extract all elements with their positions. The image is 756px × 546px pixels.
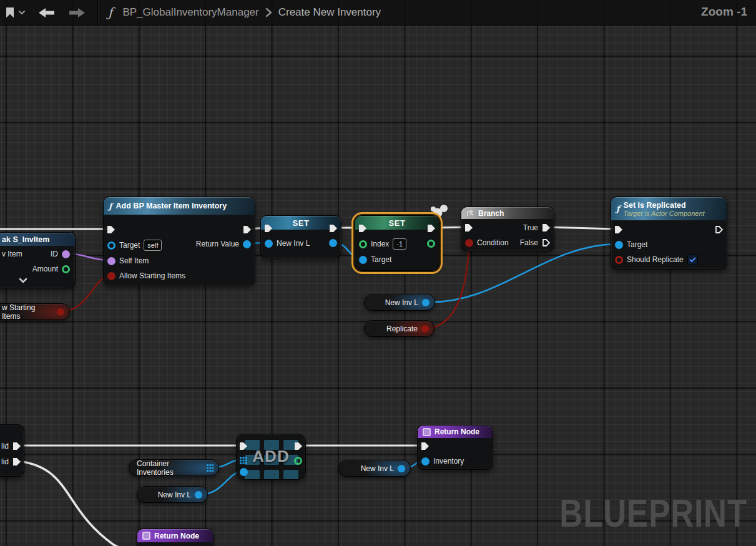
pin-row-index: Index -1 <box>359 239 406 249</box>
exec-out-pin[interactable] <box>294 442 303 451</box>
node-get-container-inventories[interactable]: Container Inventories <box>129 459 219 476</box>
item-in-pin[interactable] <box>240 468 248 476</box>
node-is-valid[interactable]: lid lid <box>0 424 24 477</box>
variable-label: Replicate <box>386 324 418 333</box>
value-out-pin[interactable] <box>422 299 430 306</box>
pin-row-new-inv: New Inv L <box>265 238 310 248</box>
exec-in-pin[interactable] <box>107 225 115 234</box>
node-return[interactable]: Return Node Inventory <box>417 425 493 470</box>
node-header: Return Node <box>418 426 493 438</box>
bookmark-group <box>0 0 32 25</box>
exec-in-pin[interactable] <box>358 224 367 233</box>
condition-pin[interactable] <box>465 239 473 247</box>
variable-label: New Inv L <box>385 298 418 307</box>
node-header: Branch <box>461 207 554 219</box>
toolbar-divider <box>32 0 32 25</box>
exec-out-pin[interactable] <box>427 224 436 233</box>
amount-pin[interactable] <box>62 265 70 273</box>
exec-in-pin[interactable] <box>421 442 430 451</box>
zoom-level-label: Zoom -1 <box>701 5 747 19</box>
exec-out-pin[interactable] <box>715 225 724 234</box>
node-set-is-replicated[interactable]: ƒ Set Is Replicated Target is Actor Comp… <box>611 197 727 270</box>
target-pin[interactable] <box>615 241 623 249</box>
variable-label: Container Inventories <box>137 459 203 477</box>
return-value-pin[interactable] <box>243 240 251 248</box>
pin-row-invalid: lid <box>1 457 21 467</box>
node-get-replicate[interactable]: Replicate <box>364 320 434 337</box>
pin-row-amount: Amount <box>32 264 70 274</box>
node-get-new-inv-mid[interactable]: New Inv L <box>137 486 208 503</box>
pin-label: Return Value <box>196 240 239 248</box>
value-out-pin[interactable] <box>57 308 64 316</box>
pin-row-inv-item: v Item <box>2 249 22 259</box>
value-out-pin[interactable] <box>329 239 337 247</box>
pin-row-valid: lid <box>1 441 21 451</box>
value-out-pin[interactable] <box>195 491 202 499</box>
array-in-pin[interactable] <box>240 457 247 464</box>
breadcrumb-root[interactable]: BP_GlobalInventoryManager <box>122 6 258 19</box>
pin-label: Inventory <box>433 457 464 466</box>
node-set-array-index[interactable]: SET Index -1 Target <box>355 215 439 271</box>
pin-row-target: Target self <box>107 240 162 250</box>
exec-in-pin[interactable] <box>464 223 473 232</box>
node-add-bp-master-item-inventory[interactable]: ƒ Add BP Master Item Inventory Target se… <box>103 197 255 285</box>
exec-wire[interactable] <box>547 227 616 229</box>
true-exec-pin[interactable] <box>542 223 551 232</box>
exec-in-pin[interactable] <box>614 225 623 234</box>
value-in-pin[interactable] <box>265 240 273 248</box>
pin-label: True <box>523 223 538 232</box>
value-out-pin[interactable] <box>427 240 435 248</box>
exec-in-pin[interactable] <box>264 224 273 233</box>
allow-starting-items-pin[interactable] <box>107 272 115 280</box>
chevron-down-icon[interactable] <box>18 10 26 15</box>
target-default-value[interactable]: self <box>144 240 162 251</box>
blueprint-editor-canvas[interactable]: { "toolbar": { "function_icon": "ƒ", "br… <box>0 0 756 546</box>
id-pin[interactable] <box>62 250 70 258</box>
node-break-invitem[interactable]: ak S_InvItem v Item ID Amount <box>0 232 76 288</box>
node-header: ƒ Set Is Replicated Target is Actor Comp… <box>611 197 727 220</box>
node-return-bottom[interactable]: Return Node <box>137 529 214 546</box>
node-get-new-inv-top[interactable]: New Inv L <box>364 294 435 311</box>
bookmark-icon[interactable] <box>6 7 14 18</box>
node-title: SET <box>355 216 439 230</box>
breadcrumb-chevron-icon <box>265 7 272 17</box>
forward-button[interactable] <box>69 7 86 18</box>
exec-out-pin[interactable] <box>243 225 252 234</box>
self-item-pin[interactable] <box>107 257 115 265</box>
node-set-new-inv[interactable]: SET New Inv L <box>260 215 341 258</box>
index-pin[interactable] <box>359 240 367 248</box>
should-replicate-pin[interactable] <box>615 256 623 264</box>
node-branch[interactable]: Branch Condition True False <box>461 207 554 251</box>
node-get-new-inv-bottom[interactable]: New Inv L <box>338 460 411 477</box>
pin-label: Target <box>371 255 391 264</box>
node-array-add[interactable]: ADD <box>236 434 306 480</box>
breadcrumb-current[interactable]: Create New Inventory <box>278 6 381 19</box>
index-out-pin[interactable] <box>294 457 302 465</box>
target-pin[interactable] <box>107 241 115 250</box>
invalid-exec-pin[interactable] <box>12 457 21 466</box>
data-wire-object[interactable] <box>429 244 616 302</box>
exec-out-pin[interactable] <box>329 224 338 233</box>
pin-label: New Inv L <box>277 239 310 248</box>
inventory-pin[interactable] <box>421 457 430 466</box>
should-replicate-checkbox[interactable] <box>687 255 698 265</box>
array-pin[interactable] <box>207 464 214 472</box>
node-get-allow-starting-items[interactable]: w Starting Items <box>0 303 70 320</box>
chevron-down-icon[interactable] <box>19 278 27 283</box>
false-exec-pin[interactable] <box>542 238 551 247</box>
pin-row-false: False <box>520 238 551 248</box>
pin-row-target: Target <box>615 240 647 250</box>
value-out-pin[interactable] <box>398 465 405 472</box>
variable-label: w Starting Items <box>2 303 53 321</box>
valid-exec-pin[interactable] <box>12 442 21 451</box>
check-icon <box>689 257 696 263</box>
target-pin[interactable] <box>359 256 367 264</box>
exec-in-pin[interactable] <box>239 442 248 451</box>
value-out-pin[interactable] <box>421 325 429 333</box>
exec-wire[interactable] <box>19 461 122 546</box>
toolbar-divider <box>97 0 98 25</box>
index-value-field[interactable]: -1 <box>393 238 406 250</box>
pin-row-allow-starting-items: Allow Starting Items <box>107 271 185 281</box>
branch-icon <box>466 209 474 217</box>
back-button[interactable] <box>37 7 55 18</box>
